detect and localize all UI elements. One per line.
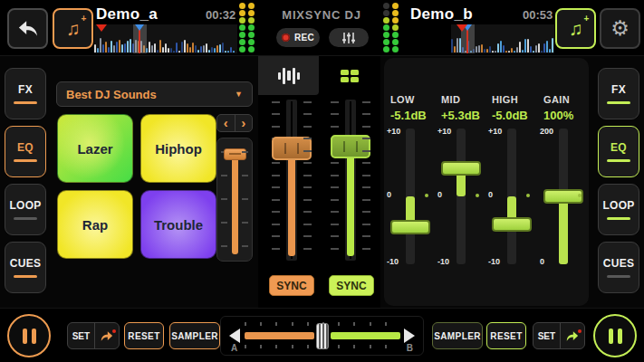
deck-a-time: 00:32 xyxy=(206,8,235,22)
sampler-volume-slider[interactable] xyxy=(216,138,253,262)
eq-band-label: HIGH xyxy=(492,94,518,105)
eq-panel: LOW -5.1dB +10 0 -10 MID +5.3dB +10 0 -1… xyxy=(384,58,589,306)
sample-pad-lazer[interactable]: Lazer xyxy=(57,114,133,183)
sampler-volume-handle[interactable] xyxy=(224,148,246,160)
next-page-button[interactable]: › xyxy=(235,115,253,131)
eq-low-slider[interactable] xyxy=(406,129,415,264)
eq-high-slider[interactable] xyxy=(507,129,516,264)
scale-bottom: -10 xyxy=(437,257,457,266)
deck-a-fader-handle[interactable] xyxy=(272,137,312,160)
waveform-bars xyxy=(94,36,237,52)
deck-b-pause-button[interactable] xyxy=(593,314,637,357)
scale-top: +10 xyxy=(437,127,457,136)
deck-a-jump-button[interactable] xyxy=(95,323,119,348)
dj-app: ♫+ Demo_a 00:32 MIXSYNC DJ REC Demo_b 00… xyxy=(0,0,644,362)
chevron-down-icon: ▼ xyxy=(235,90,243,99)
scale-top: +10 xyxy=(488,127,508,136)
crossfader-label-a: A xyxy=(231,343,237,353)
music-note-icon: ♫+ xyxy=(66,19,81,38)
level-meter-a xyxy=(239,3,255,52)
crossfader-label-b: B xyxy=(407,343,413,353)
faders-icon xyxy=(278,68,300,84)
deck-b-set-button[interactable]: SET xyxy=(533,323,561,348)
pause-icon xyxy=(23,329,27,344)
deck-b-sampler-button[interactable]: SAMPLER xyxy=(432,322,483,349)
deck-b-set-group: SET xyxy=(533,322,585,349)
mixer-settings-button[interactable] xyxy=(329,28,369,47)
scale-mid: 0 xyxy=(437,190,457,199)
crossfade-right-arrow-icon xyxy=(404,329,415,343)
back-arrow-icon xyxy=(18,20,38,37)
deck-a-sync-button[interactable]: SYNC xyxy=(269,275,314,296)
sample-pack-dropdown[interactable]: Best DJ Sounds ▼ xyxy=(56,81,253,107)
zero-dot-icon xyxy=(476,194,479,197)
mixer-column: SYNC SYNC xyxy=(258,56,380,308)
deck-a-title: Demo_a xyxy=(96,5,158,24)
deck-b-sync-button[interactable]: SYNC xyxy=(329,275,374,296)
deck-b-reset-button[interactable]: RESET xyxy=(486,322,526,349)
crossfader-handle[interactable] xyxy=(316,323,329,349)
record-dot-icon xyxy=(282,33,290,42)
eq-band-label: LOW xyxy=(390,94,415,105)
eq-band-label: GAIN xyxy=(543,94,570,105)
deck-a-reset-button[interactable]: RESET xyxy=(124,322,164,349)
scale-top: +10 xyxy=(387,127,407,136)
eq-band-low: LOW -5.1dB +10 0 -10 xyxy=(385,90,436,300)
deck-b-tab-eq[interactable]: EQ xyxy=(598,126,639,177)
deck-a-pause-button[interactable] xyxy=(7,314,51,357)
scale-mid: 0 xyxy=(387,190,407,199)
deck-b-tab-cues[interactable]: CUES xyxy=(598,242,639,293)
tab-pads[interactable] xyxy=(319,56,380,95)
deck-a-tab-eq[interactable]: EQ xyxy=(5,126,46,177)
deck-a-tab-loop[interactable]: LOOP xyxy=(5,184,46,235)
sliders-icon xyxy=(341,32,357,44)
deck-a-tab-fx[interactable]: FX xyxy=(5,68,46,119)
gear-icon: ⚙ xyxy=(610,16,630,41)
deck-b-waveform[interactable] xyxy=(451,24,554,53)
app-title: MIXSYNC DJ xyxy=(272,8,371,22)
scale-mid: 0 xyxy=(488,190,508,199)
top-bar: ♫+ Demo_a 00:32 MIXSYNC DJ REC Demo_b 00… xyxy=(0,0,644,56)
eq-high-handle[interactable] xyxy=(492,217,532,232)
record-button[interactable]: REC xyxy=(276,28,320,47)
deck-a-sampler-button[interactable]: SAMPLER xyxy=(169,322,220,349)
prev-page-button[interactable]: ‹ xyxy=(217,115,235,131)
cue-marker-icon xyxy=(96,24,107,32)
eq-band-value: -5.0dB xyxy=(492,109,528,122)
deck-b-tab-fx[interactable]: FX xyxy=(598,68,639,119)
deck-b-tab-loop[interactable]: LOOP xyxy=(598,184,639,235)
music-library-b-button[interactable]: ♫+ xyxy=(555,8,596,49)
sample-pad-rap[interactable]: Rap xyxy=(57,190,133,259)
pause-icon xyxy=(609,329,613,344)
deck-a-tab-cues[interactable]: CUES xyxy=(5,242,46,293)
eq-band-value: +5.3dB xyxy=(441,109,480,122)
back-button[interactable] xyxy=(7,8,48,49)
deck-a-waveform[interactable] xyxy=(94,24,237,53)
deck-a-volume-fader[interactable] xyxy=(272,100,312,261)
eq-band-high: HIGH -5.0dB +10 0 -10 xyxy=(486,90,537,300)
tab-mixer[interactable] xyxy=(258,56,319,95)
deck-a-set-button[interactable]: SET xyxy=(68,323,95,348)
scale-top: 200 xyxy=(540,127,560,136)
eq-band-label: MID xyxy=(441,94,460,105)
eq-low-handle[interactable] xyxy=(390,220,430,234)
sample-pad-hiphop[interactable]: Hiphop xyxy=(140,114,216,183)
scale-bottom: -10 xyxy=(488,257,508,266)
deck-b-time: 00:53 xyxy=(523,8,553,22)
gain-slider[interactable] xyxy=(559,129,568,264)
deck-b-fader-handle[interactable] xyxy=(331,135,370,158)
deck-a-set-group: SET xyxy=(67,322,120,349)
eq-band-value: -5.1dB xyxy=(390,109,427,122)
eq-mid-handle[interactable] xyxy=(441,161,481,176)
settings-button[interactable]: ⚙ xyxy=(600,8,640,49)
eq-mid-slider[interactable] xyxy=(457,129,466,264)
deck-b-jump-button[interactable] xyxy=(561,323,584,348)
music-note-icon: ♫+ xyxy=(569,19,583,38)
crossfader[interactable]: A B xyxy=(220,316,424,356)
eq-band-mid: MID +5.3dB +10 0 -10 xyxy=(436,90,486,300)
sample-pad-trouble[interactable]: Trouble xyxy=(140,190,216,259)
transport-bar: SET RESET SAMPLER A B SAMPLER RESET xyxy=(0,308,644,362)
deck-b-volume-fader[interactable] xyxy=(331,100,370,261)
music-library-a-button[interactable]: ♫+ xyxy=(53,8,93,49)
cue-marker-icon xyxy=(457,24,467,32)
